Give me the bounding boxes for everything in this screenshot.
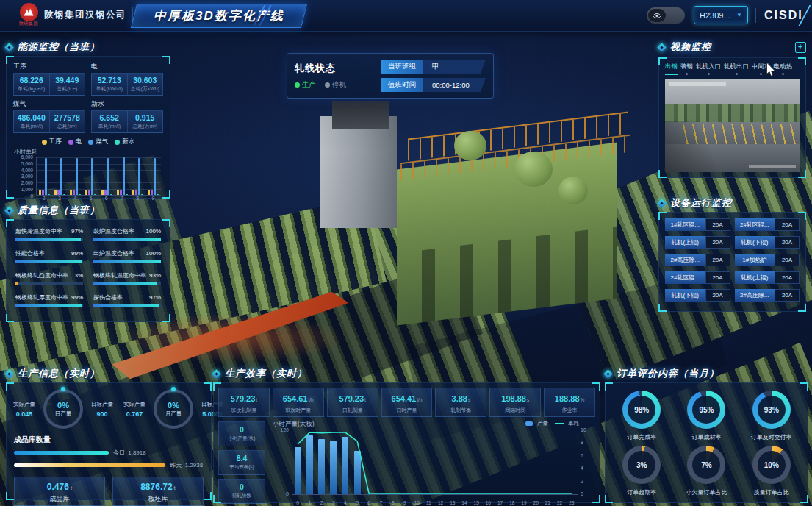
mill-stand [397,143,617,326]
stock-bar-label: 昨天 [170,462,182,468]
donut-label: 订单超期率 [627,488,656,496]
device-name-button[interactable]: 2#轧区辊... [665,271,705,284]
video-machines [665,104,800,122]
company-logo: 陕钢集团 陕钢集团汉钢公司 [19,3,133,26]
device-name-button[interactable]: 1#加热炉 [735,254,775,266]
gauge-left-label: 实际产量 [118,401,151,408]
video-tab[interactable]: 装钢 [680,63,693,76]
scene-visibility-toggle[interactable] [647,7,685,24]
axis-tick: 8 [387,500,399,505]
device-row[interactable]: 2#轧区辊... 20A [735,218,800,231]
device-row[interactable]: 轧机(上辊) 20A [735,271,800,284]
donut-label: 质量订单占比 [754,488,789,496]
device-name-button[interactable]: 轧机(上辊) [665,236,705,249]
axis-tick: 9 [399,500,411,505]
axis-tick: 1 [303,500,315,505]
video-panel-body: 出钢 装钢 轧机入口 轧机出口 中间冷 电动热 [658,57,806,178]
energy-group-name: 工序 [13,62,85,71]
production-gauge: 实际产量 0.767 0% 月产量 目标产量 5.0000 [118,389,229,429]
energy-metric: 0.915 总耗(万m³) [127,111,163,132]
device-current-value: 20A [705,218,730,231]
device-name-button[interactable]: 轧机(上辊) [735,271,775,284]
quality-label: 性能合格率 [15,249,45,257]
diamond-icon [657,43,667,52]
stock-bar-value: 1.8918 [128,449,145,456]
axis-tick: 6 [363,500,375,505]
line-status-legend: 生产 停机 [295,80,365,90]
device-row[interactable]: 轧机(上辊) 20A [665,236,730,249]
energy-panel: 能源监控（当班） 工序 68.226 单耗(kgce/t) 39.449 总耗(… [6,40,170,199]
video-tab[interactable]: 出钢 [665,63,678,76]
video-tab[interactable]: 电动热 [774,63,793,76]
hourly-chart-xaxis: 0 1 2 3 4 5 6 7 8 9 10 11 12 13 14 15 16… [292,500,578,505]
diamond-icon [4,369,14,379]
device-row[interactable]: 2#高压除... 20A [665,254,730,266]
device-row[interactable]: 轧机(下辊) 20A [735,236,800,249]
mill-cylinder [558,177,588,204]
axis-tick: 17 [494,500,506,505]
video-tab[interactable]: 轧机出口 [724,63,749,76]
stock-title: 成品库数量 [7,432,211,446]
devices-panel-body: 1#轧区辊... 20A 2#轧区辊... 20A 轧机(上辊) 20A 轧机(… [658,212,806,312]
energy-chart-xaxis: 23456789 [36,196,161,201]
device-name-button[interactable]: 2#轧区辊... [735,218,775,231]
company-name: 陕钢集团汉钢公司 [44,9,126,21]
energy-metric: 277578 总耗(m³) [49,111,85,132]
efficiency-stat: 654.61t/h 班次时产量 [273,388,324,417]
energy-metric: 52.713 单耗(kWh/t) [92,74,127,95]
production-gauge: 实际产量 0.045 0% 日产量 目标产量 900 [8,389,118,429]
energy-group-name: 煤气 [13,99,85,109]
cctv-video-feed[interactable] [665,79,800,172]
device-name-button[interactable]: 2#高压除... [735,289,775,302]
line-status-divider [373,60,373,92]
quality-value: 99% [71,294,83,301]
stock-bar-row: 昨天 1.2938 [7,459,211,471]
energy-bar-group [145,157,161,195]
device-current-value: 20A [775,218,800,231]
hourly-chart-plot [292,432,578,495]
device-name-button[interactable]: 轧机(下辊) [665,289,705,302]
axis-tick: 4 [581,466,583,471]
order-donuts: 98% 订单完成率 95% 订单成材率 93% 订单及时交付率 3% 订单超期率… [606,383,808,501]
efficiency-panel: 生产效率（实时） 579.23t 班次轧制量 654.61t/h 班次时产量 5… [213,366,600,503]
device-row[interactable]: 1#加热炉 20A [735,254,800,266]
quality-progress-fill [93,282,157,285]
quality-items: 超快冷温度命中率 97% 装炉温度合格率 100% 性能合格率 99% 出炉温度… [7,220,170,315]
header-divider [755,8,756,23]
efficiency-side-stats: 0 小时产量(块) 8.4 平均节奏(s) 0 待轧块数 [214,420,265,506]
plan-select-dropdown[interactable]: H2309... ▼ [694,6,748,24]
production-gauges: 实际产量 0.045 0% 日产量 目标产量 900 实际产量 0.767 0%… [7,383,211,432]
device-row[interactable]: 2#高压除... 20A [735,289,800,302]
energy-chart-title: 小时单耗 [14,148,164,156]
app-header: 陕钢集团 陕钢集团汉钢公司 中厚板3D数字化产线 H2309... ▼ CISD… [0,0,812,32]
device-row[interactable]: 1#轧区辊... 20A [665,218,730,231]
video-tab[interactable]: 轧机入口 [696,63,721,76]
video-panel-title: 视频监控 + [658,40,806,54]
efficiency-stat: 654.41t/h 日时产量 [381,388,433,417]
order-donut: 3% 订单超期率 [610,446,673,496]
efficiency-stat: 579.23t 班次轧制量 [218,388,270,417]
stock-bar-value: 1.2938 [185,462,203,468]
gauge-right-value: 900 [86,410,118,418]
axis-tick: 13 [447,500,459,505]
line-legend-chip [555,423,564,424]
stock-bar [14,463,165,467]
quality-panel: 质量信息（当班） 超快冷温度命中率 97% 装炉温度合格率 100% 性能合格率… [6,203,170,322]
device-row[interactable]: 2#轧区辊... 20A [665,271,730,284]
device-name-button[interactable]: 2#高压除... [665,254,705,266]
device-name-button[interactable]: 轧机(下辊) [735,236,775,249]
energy-metric: 486.040 单耗(m³/t) [14,111,49,132]
device-name-button[interactable]: 1#轧区辊... [665,218,705,231]
donut-value: 95% [699,406,714,414]
device-row[interactable]: 轧机(下辊) 20A [665,289,730,302]
axis-tick: 22 [553,500,565,505]
quality-item: 钢板终轧厚度命中率 99% [15,293,83,307]
quality-progress-fill [15,282,18,285]
energy-group-name: 电 [91,62,163,71]
donut-label: 订单及时交付率 [751,433,792,441]
device-list-scrollbar[interactable] [665,305,800,307]
legend-dot [42,140,47,145]
expand-icon[interactable]: + [795,42,806,53]
stock-bar [14,451,109,455]
quality-value: 100% [146,250,161,257]
